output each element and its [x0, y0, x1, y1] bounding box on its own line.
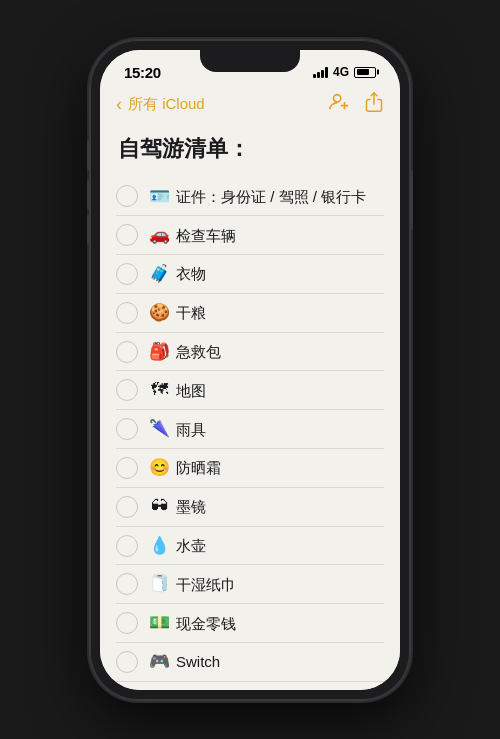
list-item: 💧水壶	[116, 527, 384, 566]
checkbox[interactable]	[116, 263, 138, 285]
item-content: ⌚手表	[148, 689, 206, 690]
phone-screen: 15:20 4G ‹ 所有 iCloud	[100, 50, 400, 690]
nav-bar: ‹ 所有 iCloud	[100, 87, 400, 126]
item-text: 干湿纸巾	[176, 574, 236, 595]
item-content: 🍪干粮	[148, 301, 206, 325]
status-icons: 4G	[313, 65, 376, 79]
checkbox[interactable]	[116, 418, 138, 440]
add-person-icon[interactable]	[328, 91, 350, 118]
checkbox[interactable]	[116, 651, 138, 673]
item-content: 🧻干湿纸巾	[148, 572, 236, 596]
item-content: 😊防晒霜	[148, 456, 221, 480]
item-emoji: 🗺	[148, 378, 170, 402]
item-content: 🎒急救包	[148, 340, 221, 364]
item-emoji: ⌚	[148, 689, 170, 690]
list-item: 🍪干粮	[116, 294, 384, 333]
page-title: 自驾游清单：	[116, 134, 384, 164]
status-time: 15:20	[124, 64, 161, 81]
list-item: 🎒急救包	[116, 333, 384, 372]
item-emoji: 😊	[148, 456, 170, 480]
back-label: 所有 iCloud	[128, 95, 205, 114]
item-content: 🎮Switch	[148, 650, 220, 674]
back-button[interactable]: ‹ 所有 iCloud	[116, 94, 205, 115]
item-text: 墨镜	[176, 496, 206, 517]
list-item: 🕶墨镜	[116, 488, 384, 527]
chevron-left-icon: ‹	[116, 94, 122, 115]
checkbox[interactable]	[116, 341, 138, 363]
nav-actions	[328, 91, 384, 118]
item-text: 衣物	[176, 263, 206, 284]
item-emoji: 💵	[148, 611, 170, 635]
item-text: 地图	[176, 380, 206, 401]
list-item: 🗺地图	[116, 371, 384, 410]
checklist: 🪪证件：身份证 / 驾照 / 银行卡🚗检查车辆🧳衣物🍪干粮🎒急救包🗺地图🌂雨具😊…	[116, 178, 384, 690]
checkbox[interactable]	[116, 302, 138, 324]
item-emoji: 🧻	[148, 572, 170, 596]
item-text: 水壶	[176, 535, 206, 556]
item-content: 🗺地图	[148, 378, 206, 402]
list-item: 🌂雨具	[116, 410, 384, 449]
item-emoji: 🌂	[148, 417, 170, 441]
item-emoji: 🍪	[148, 301, 170, 325]
svg-point-0	[334, 94, 341, 101]
item-emoji: 🎒	[148, 340, 170, 364]
list-item: 😊防晒霜	[116, 449, 384, 488]
item-text: 检查车辆	[176, 225, 236, 246]
checkbox[interactable]	[116, 496, 138, 518]
item-text: Switch	[176, 651, 220, 672]
item-emoji: 🚗	[148, 223, 170, 247]
item-text: 雨具	[176, 419, 206, 440]
network-type: 4G	[333, 65, 349, 79]
checkbox[interactable]	[116, 379, 138, 401]
list-item: 🧳衣物	[116, 255, 384, 294]
signal-bars-icon	[313, 67, 328, 78]
phone-frame: 15:20 4G ‹ 所有 iCloud	[90, 40, 410, 700]
list-item: 🎮Switch	[116, 643, 384, 682]
share-icon[interactable]	[364, 91, 384, 118]
item-text: 急救包	[176, 341, 221, 362]
checkbox[interactable]	[116, 185, 138, 207]
list-item: 🪪证件：身份证 / 驾照 / 银行卡	[116, 178, 384, 217]
notch	[200, 50, 300, 72]
list-item: 🚗检查车辆	[116, 216, 384, 255]
battery-icon	[354, 67, 376, 78]
item-emoji: 🕶	[148, 495, 170, 519]
item-content: 🕶墨镜	[148, 495, 206, 519]
checkbox[interactable]	[116, 224, 138, 246]
item-emoji: 🎮	[148, 650, 170, 674]
item-content: 🌂雨具	[148, 417, 206, 441]
checkbox[interactable]	[116, 535, 138, 557]
item-text: 防晒霜	[176, 457, 221, 478]
item-text: 干粮	[176, 302, 206, 323]
item-content: 🧳衣物	[148, 262, 206, 286]
checkbox[interactable]	[116, 457, 138, 479]
content-area: 自驾游清单： 🪪证件：身份证 / 驾照 / 银行卡🚗检查车辆🧳衣物🍪干粮🎒急救包…	[100, 126, 400, 690]
list-item: 💵现金零钱	[116, 604, 384, 643]
list-item: ⌚手表	[116, 682, 384, 690]
item-text: 现金零钱	[176, 613, 236, 634]
item-emoji: 💧	[148, 534, 170, 558]
checkbox[interactable]	[116, 573, 138, 595]
checkbox[interactable]	[116, 612, 138, 634]
item-content: 💵现金零钱	[148, 611, 236, 635]
item-content: 💧水壶	[148, 534, 206, 558]
item-emoji: 🪪	[148, 185, 170, 209]
item-content: 🚗检查车辆	[148, 223, 236, 247]
list-item: 🧻干湿纸巾	[116, 565, 384, 604]
item-text: 证件：身份证 / 驾照 / 银行卡	[176, 186, 366, 207]
item-content: 🪪证件：身份证 / 驾照 / 银行卡	[148, 185, 366, 209]
item-emoji: 🧳	[148, 262, 170, 286]
